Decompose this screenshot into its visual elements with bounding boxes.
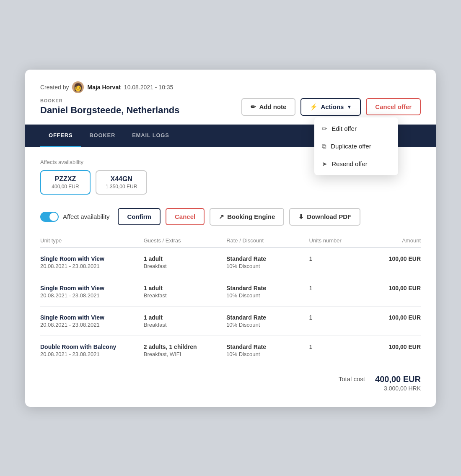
- toggle-wrap: Affect availability: [40, 212, 109, 222]
- table-row: Single Room with View 20.08.2021 - 23.08…: [40, 307, 421, 336]
- row1-rate: Standard Rate 10% Discount: [226, 255, 309, 269]
- duplicate-offer-item[interactable]: ⧉ Duplicate offer: [314, 138, 398, 155]
- action-row: Affect availability Confirm Cancel ↗ Boo…: [40, 208, 421, 226]
- tab-email-logs[interactable]: EMAIL LOGS: [124, 125, 177, 147]
- booking-engine-label: Booking Engine: [227, 213, 275, 220]
- toggle-label: Affect availability: [63, 213, 109, 220]
- pencil-icon: ✏: [251, 103, 256, 111]
- row2-rate: Standard Rate 10% Discount: [226, 285, 309, 299]
- row2-amount: 100,00 EUR: [359, 285, 421, 291]
- table-section: Unit type Guests / Extras Rate / Discoun…: [40, 237, 421, 395]
- badge-x44gn[interactable]: X44GN 1.350,00 EUR: [96, 170, 147, 195]
- booking-engine-button[interactable]: ↗ Booking Engine: [210, 208, 284, 226]
- created-by-label: Created by: [40, 84, 69, 91]
- header-actions: BOOKER Daniel Borgsteede, Netherlands ✏ …: [40, 98, 421, 116]
- row3-guests: 1 adult Breakfast: [144, 314, 226, 328]
- main-content: Affects availability PZZXZ 400,00 EUR X4…: [25, 147, 436, 407]
- confirm-button[interactable]: Confirm: [118, 208, 161, 225]
- total-hrk: 3.000,00 HRK: [375, 385, 421, 392]
- avatar-icon: 👩: [73, 83, 83, 91]
- badge-pzzxz-code: PZZXZ: [50, 175, 80, 183]
- creator-name: Maja Horvat: [87, 84, 120, 91]
- cancel-offer-button[interactable]: Cancel offer: [366, 98, 421, 115]
- download-pdf-button[interactable]: ⬇ Download PDF: [289, 208, 360, 226]
- tab-booker[interactable]: BOOKER: [81, 125, 124, 147]
- row4-rate: Standard Rate 10% Discount: [226, 343, 309, 357]
- total-label: Total cost: [339, 375, 365, 382]
- resend-offer-item[interactable]: ➤ Resend offer: [314, 155, 398, 173]
- add-note-label: Add note: [259, 103, 286, 110]
- actions-dropdown: ✏ Edit offer ⧉ Duplicate offer ➤ Resend …: [314, 117, 398, 175]
- row3-unit-type: Single Room with View 20.08.2021 - 23.08…: [40, 314, 144, 328]
- avatar: 👩: [72, 81, 84, 93]
- table-row: Double Room with Balcony 20.08.2021 - 23…: [40, 336, 421, 365]
- actions-button[interactable]: ⚡ Actions ▼: [300, 98, 361, 116]
- row2-guests: 1 adult Breakfast: [144, 285, 226, 299]
- affect-availability-toggle[interactable]: [40, 212, 59, 222]
- row2-unit-type: Single Room with View 20.08.2021 - 23.08…: [40, 285, 144, 299]
- card-header: Created by 👩 Maja Horvat 10.08.2021 - 10…: [25, 70, 436, 125]
- row3-rate: Standard Rate 10% Discount: [226, 314, 309, 328]
- col-amount: Amount: [359, 237, 421, 244]
- duplicate-icon: ⧉: [322, 143, 326, 150]
- badge-pzzxz[interactable]: PZZXZ 400,00 EUR: [40, 170, 91, 195]
- row1-guests: 1 adult Breakfast: [144, 255, 226, 269]
- row1-amount: 100,00 EUR: [359, 255, 421, 262]
- booker-name: Daniel Borgsteede, Netherlands: [40, 105, 180, 116]
- resend-icon: ➤: [322, 160, 327, 168]
- booker-label: BOOKER: [40, 98, 180, 103]
- main-card: Created by 👩 Maja Horvat 10.08.2021 - 10…: [25, 70, 436, 407]
- total-row: Total cost 400,00 EUR 3.000,00 HRK: [40, 365, 421, 395]
- row3-amount: 100,00 EUR: [359, 314, 421, 321]
- edit-offer-label: Edit offer: [332, 125, 357, 132]
- edit-icon: ✏: [322, 125, 327, 133]
- row1-unit-type: Single Room with View 20.08.2021 - 23.08…: [40, 255, 144, 269]
- row4-amount: 100,00 EUR: [359, 343, 421, 350]
- add-note-button[interactable]: ✏ Add note: [241, 98, 295, 116]
- confirm-label: Confirm: [127, 213, 151, 220]
- row4-unit-type: Double Room with Balcony 20.08.2021 - 23…: [40, 343, 144, 357]
- resend-offer-label: Resend offer: [332, 160, 368, 167]
- table-row: Single Room with View 20.08.2021 - 23.08…: [40, 277, 421, 307]
- duplicate-offer-label: Duplicate offer: [331, 143, 371, 150]
- table-row: Single Room with View 20.08.2021 - 23.08…: [40, 248, 421, 277]
- tab-booker-label: BOOKER: [89, 132, 115, 138]
- cancel-label: Cancel: [175, 213, 195, 220]
- cancel-button[interactable]: Cancel: [166, 208, 205, 225]
- external-link-icon: ↗: [219, 213, 224, 221]
- created-by-row: Created by 👩 Maja Horvat 10.08.2021 - 10…: [40, 81, 421, 93]
- lightning-icon: ⚡: [310, 103, 318, 111]
- row3-units: 1: [309, 314, 359, 321]
- chevron-down-icon: ▼: [347, 104, 352, 110]
- tab-email-logs-label: EMAIL LOGS: [132, 132, 169, 138]
- download-icon: ⬇: [298, 213, 304, 221]
- badge-x44gn-amount: 1.350,00 EUR: [106, 184, 137, 190]
- action-buttons: ✏ Add note ⚡ Actions ▼ ✏ Edit offer ⧉: [241, 98, 421, 116]
- tab-offers-label: OFFERS: [49, 132, 73, 138]
- booker-info: BOOKER Daniel Borgsteede, Netherlands: [40, 98, 180, 116]
- row4-guests: 2 adults, 1 children Breakfast, WIFI: [144, 343, 226, 357]
- row4-units: 1: [309, 343, 359, 350]
- col-units: Units number: [309, 237, 359, 244]
- badge-x44gn-code: X44GN: [106, 175, 137, 183]
- cancel-offer-label: Cancel offer: [375, 103, 412, 110]
- tab-offers[interactable]: OFFERS: [40, 125, 81, 147]
- col-rate: Rate / Discount: [226, 237, 309, 244]
- col-unit-type: Unit type: [40, 237, 144, 244]
- edit-offer-item[interactable]: ✏ Edit offer: [314, 120, 398, 138]
- total-eur: 400,00 EUR: [375, 375, 421, 384]
- row2-units: 1: [309, 285, 359, 291]
- badge-pzzxz-amount: 400,00 EUR: [50, 184, 80, 190]
- table-header: Unit type Guests / Extras Rate / Discoun…: [40, 237, 421, 248]
- col-guests: Guests / Extras: [144, 237, 226, 244]
- actions-label: Actions: [321, 103, 344, 110]
- row1-units: 1: [309, 255, 359, 262]
- created-date: 10.08.2021 - 10:35: [124, 84, 174, 91]
- total-amounts: 400,00 EUR 3.000,00 HRK: [375, 375, 421, 392]
- download-pdf-label: Download PDF: [307, 213, 351, 220]
